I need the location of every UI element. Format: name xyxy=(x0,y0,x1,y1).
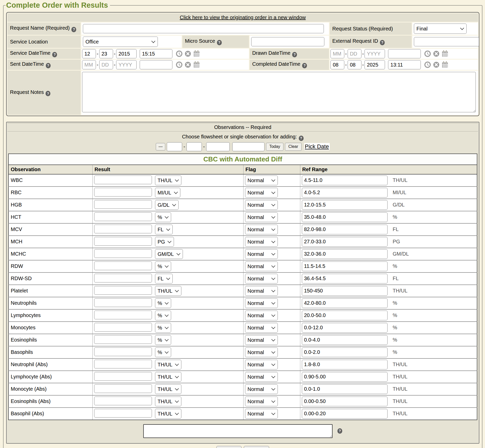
ref-range-input[interactable] xyxy=(302,200,388,210)
clear-date-icon[interactable] xyxy=(433,61,440,69)
submit-button[interactable]: Submit xyxy=(216,446,241,448)
result-input[interactable] xyxy=(94,298,152,307)
result-unit-select[interactable]: TH/UL xyxy=(155,176,181,185)
flag-select[interactable]: Normal xyxy=(245,335,278,345)
result-input[interactable] xyxy=(94,323,152,332)
result-unit-select[interactable]: TH/UL xyxy=(155,372,181,382)
completed-year-input[interactable] xyxy=(365,60,385,69)
help-icon[interactable] xyxy=(52,52,57,57)
result-unit-select[interactable]: PG xyxy=(155,237,174,247)
result-unit-select[interactable]: % xyxy=(155,335,171,345)
service-time-input[interactable] xyxy=(140,49,172,58)
flag-select[interactable]: Normal xyxy=(245,274,278,283)
ref-range-input[interactable] xyxy=(302,409,388,419)
result-input[interactable] xyxy=(94,347,152,356)
help-icon[interactable] xyxy=(46,63,51,68)
external-request-id-input[interactable] xyxy=(414,37,479,46)
result-unit-select[interactable]: TH/UL xyxy=(155,397,181,406)
flag-select[interactable]: Normal xyxy=(245,176,278,185)
result-input[interactable] xyxy=(94,200,152,209)
result-unit-select[interactable]: TH/UL xyxy=(155,409,181,419)
result-unit-select[interactable]: GM/DL xyxy=(155,249,183,259)
obs-month-input[interactable] xyxy=(167,142,182,151)
result-input[interactable] xyxy=(94,274,152,282)
drawn-time-input[interactable] xyxy=(388,49,421,58)
result-input[interactable] xyxy=(94,311,152,319)
drawn-day-input[interactable] xyxy=(348,49,361,58)
result-input[interactable] xyxy=(94,397,152,405)
help-icon[interactable] xyxy=(217,40,222,45)
flag-select[interactable]: Normal xyxy=(245,384,278,394)
calendar-icon[interactable] xyxy=(193,50,200,58)
clear-date-icon[interactable] xyxy=(433,50,440,58)
micro-source-input[interactable] xyxy=(251,37,324,46)
help-icon[interactable] xyxy=(302,63,307,68)
result-input[interactable] xyxy=(94,212,152,221)
obs-year-input[interactable] xyxy=(206,142,230,151)
completed-time-input[interactable] xyxy=(388,60,421,69)
result-input[interactable] xyxy=(94,188,152,196)
pick-date-link[interactable]: Pick Date xyxy=(304,143,330,150)
result-input[interactable] xyxy=(94,384,152,393)
obs-day-input[interactable] xyxy=(186,142,202,151)
result-unit-select[interactable]: FL xyxy=(155,225,173,234)
collapse-button[interactable]: — xyxy=(156,143,165,150)
clear-date-icon[interactable] xyxy=(184,50,192,58)
request-status-select[interactable]: Final xyxy=(414,24,467,34)
help-icon[interactable] xyxy=(380,40,385,45)
result-unit-select[interactable]: FL xyxy=(155,274,173,283)
ref-range-input[interactable] xyxy=(302,286,388,296)
ref-range-input[interactable] xyxy=(302,335,388,345)
flag-select[interactable]: Normal xyxy=(245,225,278,234)
flag-select[interactable]: Normal xyxy=(245,237,278,247)
sent-month-input[interactable] xyxy=(82,60,96,69)
service-month-input[interactable] xyxy=(82,49,96,58)
result-unit-select[interactable]: % xyxy=(155,298,171,308)
drawn-month-input[interactable] xyxy=(330,49,344,58)
calendar-icon[interactable] xyxy=(193,61,200,69)
clock-icon[interactable] xyxy=(175,61,183,69)
result-input[interactable] xyxy=(94,249,152,258)
ref-range-input[interactable] xyxy=(302,261,388,271)
observation-note-textarea[interactable] xyxy=(143,424,333,438)
ref-range-input[interactable] xyxy=(302,372,388,382)
calendar-icon[interactable] xyxy=(441,50,449,58)
ref-range-input[interactable] xyxy=(302,212,388,222)
help-icon[interactable] xyxy=(337,428,342,434)
flag-select[interactable]: Normal xyxy=(245,261,278,271)
result-unit-select[interactable]: % xyxy=(155,311,171,320)
completed-day-input[interactable] xyxy=(348,60,361,69)
flag-select[interactable]: Normal xyxy=(245,298,278,308)
ref-range-input[interactable] xyxy=(302,397,388,406)
today-button[interactable]: Today xyxy=(266,143,284,151)
sent-year-input[interactable] xyxy=(116,60,137,69)
result-unit-select[interactable]: % xyxy=(155,212,171,222)
ref-range-input[interactable] xyxy=(302,298,388,308)
result-unit-select[interactable]: % xyxy=(155,323,171,333)
service-day-input[interactable] xyxy=(99,49,113,58)
completed-month-input[interactable] xyxy=(330,60,344,69)
flag-select[interactable]: Normal xyxy=(245,323,278,333)
clock-icon[interactable] xyxy=(175,50,183,58)
result-unit-select[interactable]: TH/UL xyxy=(155,286,181,296)
drawn-year-input[interactable] xyxy=(365,49,385,58)
help-icon[interactable] xyxy=(71,27,76,32)
ref-range-input[interactable] xyxy=(302,347,388,357)
flag-select[interactable]: Normal xyxy=(245,409,278,419)
result-input[interactable] xyxy=(94,409,152,418)
result-input[interactable] xyxy=(94,372,152,381)
flag-select[interactable]: Normal xyxy=(245,188,278,198)
cancel-button[interactable]: Cancel xyxy=(244,446,269,448)
clock-icon[interactable] xyxy=(424,50,431,58)
result-unit-select[interactable]: G/DL xyxy=(155,200,179,210)
clear-date-icon[interactable] xyxy=(184,61,192,69)
flag-select[interactable]: Normal xyxy=(245,347,278,357)
service-year-input[interactable] xyxy=(116,49,137,58)
flag-select[interactable]: Normal xyxy=(245,212,278,222)
ref-range-input[interactable] xyxy=(302,249,388,259)
sent-day-input[interactable] xyxy=(99,60,113,69)
ref-range-input[interactable] xyxy=(302,323,388,333)
result-input[interactable] xyxy=(94,286,152,295)
ref-range-input[interactable] xyxy=(302,311,388,320)
ref-range-input[interactable] xyxy=(302,225,388,234)
